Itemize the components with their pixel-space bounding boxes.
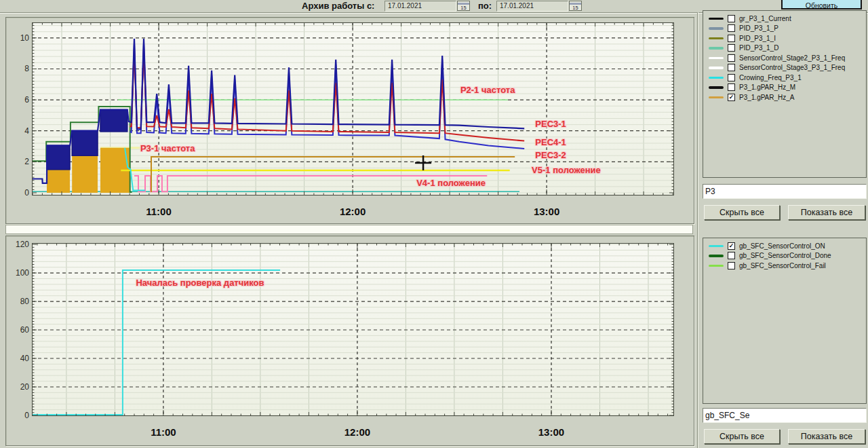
y-axis-tick-label: 6: [6, 95, 29, 105]
legend-item: ✓gb_SFC_SensorControl_ON: [703, 241, 866, 251]
x-axis-tick-label: 13:00: [528, 426, 575, 438]
series-label: Crowing_Freq_P3_1: [739, 74, 802, 81]
series-label: P3_1.gPAR_Hz_A: [739, 94, 795, 101]
series-label: gb_SFC_SensorControl_ON: [739, 242, 825, 250]
series-checkbox[interactable]: [728, 24, 735, 32]
series-label: gr_P3_1_Current: [739, 15, 791, 22]
series-color-swatch: [709, 245, 724, 248]
series-checkbox[interactable]: ✓: [728, 242, 735, 250]
series-label: PID_P3_1_P: [739, 24, 778, 32]
archive-to-label: по:: [478, 1, 492, 11]
chart-annotation: РЕС3-1: [535, 119, 566, 129]
calendar-from-button[interactable]: 15: [457, 1, 470, 11]
series-color-swatch: [709, 37, 724, 40]
series-checkbox[interactable]: [728, 262, 735, 269]
legend-item: P3_1.gPAR_Hz_M: [703, 83, 866, 93]
right-column-divider: [697, 12, 698, 448]
chart-annotation: V4-1 положение: [416, 177, 486, 187]
legend-item: PID_P3_1_I: [703, 33, 866, 43]
chart-annotation: Р2-1 частота: [460, 84, 515, 94]
hide-all-button-top[interactable]: Скрыть все: [704, 205, 780, 220]
series-checkbox[interactable]: [728, 74, 735, 81]
legend-item: SensorControl_Stage2_P3_1_Freq: [703, 53, 866, 63]
chart-annotation: РЕС4-1: [535, 136, 566, 147]
series-label: PID_P3_1_D: [739, 44, 778, 52]
series-label: gb_SFC_SensorControl_Done: [739, 252, 831, 259]
show-all-button-bottom[interactable]: Показать все: [788, 429, 865, 444]
x-axis-tick-label: 12:00: [334, 426, 381, 438]
calendar-to-button[interactable]: 15: [569, 1, 582, 11]
series-checkbox[interactable]: [728, 54, 735, 62]
series-label: gb_SFC_SensorControl_Fail: [739, 262, 826, 269]
legend-item: PID_P3_1_D: [703, 43, 866, 54]
legend-item: ✓P3_1.gPAR_Hz_A: [703, 92, 866, 102]
x-axis-tick-label: 11:00: [135, 206, 182, 217]
date-from-input[interactable]: 17.01.2021: [384, 1, 456, 12]
series-label: SensorControl_Stage2_P3_1_Freq: [739, 54, 845, 62]
legend-item: gr_P3_1_Current: [703, 14, 866, 24]
series-checkbox[interactable]: [728, 83, 735, 91]
series-color-swatch: [709, 86, 724, 89]
series-checkbox[interactable]: [728, 64, 735, 71]
trend-panel-bottom: Началась проверка датчиков 0204060801001…: [5, 236, 694, 446]
series-color-swatch: [709, 47, 724, 50]
series-color-swatch: [709, 255, 724, 257]
series-label: SensorControl_Stage3_P3_1_Freq: [739, 64, 845, 71]
series-color-swatch: [709, 77, 724, 79]
legend-item: gb_SFC_SensorControl_Done: [703, 251, 866, 261]
series-color-swatch: [709, 67, 724, 69]
x-axis-tick-label: 11:00: [140, 426, 187, 438]
series-checkbox[interactable]: [728, 15, 735, 22]
y-axis-tick-label: 0: [6, 411, 29, 420]
show-all-button-top[interactable]: Показать все: [788, 205, 865, 220]
series-checkbox[interactable]: [728, 252, 735, 259]
trend-chart-bottom[interactable]: Началась проверка датчиков: [32, 243, 674, 416]
y-axis-tick-label: 2: [6, 157, 29, 166]
legend-box-bottom: ✓gb_SFC_SensorControl_ONgb_SFC_SensorCon…: [703, 238, 867, 404]
legend-box-top: gr_P3_1_CurrentPID_P3_1_PPID_P3_1_IPID_P…: [703, 10, 867, 178]
y-axis-tick-label: 20: [6, 382, 29, 392]
trend-chart-top[interactable]: Р3-1 частотаР2-1 частотаРЕС3-1РЕС4-1РЕС3…: [32, 22, 674, 195]
series-filter-input-top[interactable]: [703, 184, 867, 199]
chart-annotation: V5-1 положение: [532, 165, 601, 175]
date-to-input[interactable]: 17.01.2021: [496, 1, 568, 12]
y-axis-tick-label: 120: [6, 240, 29, 249]
series-label: P3_1.gPAR_Hz_M: [739, 83, 795, 91]
series-color-swatch: [709, 27, 724, 30]
hide-all-button-bottom[interactable]: Скрыть все: [704, 429, 780, 444]
y-axis-tick-label: 4: [6, 126, 29, 136]
y-axis-tick-label: 100: [6, 268, 29, 278]
refresh-button[interactable]: Обновить: [781, 0, 862, 10]
series-filter-input-bottom[interactable]: [703, 408, 867, 423]
y-axis-tick-label: 0: [6, 188, 29, 198]
series-color-swatch: [709, 265, 724, 267]
chart-annotation: РЕС3-2: [535, 149, 566, 160]
legend-item: gb_SFC_SensorControl_Fail: [703, 261, 866, 271]
calendar-icon: 15: [570, 3, 581, 11]
series-checkbox[interactable]: [728, 44, 735, 52]
legend-item: PID_P3_1_P: [703, 24, 866, 34]
series-checkbox[interactable]: ✓: [728, 94, 735, 101]
trend-panel-top: Р3-1 частотаР2-1 частотаРЕС3-1РЕС4-1РЕС3…: [5, 17, 694, 224]
series-color-swatch: [709, 18, 724, 20]
legend-item: SensorControl_Stage3_P3_1_Freq: [703, 63, 866, 73]
series-label: PID_P3_1_I: [739, 35, 776, 42]
legend-item: Crowing_Freq_P3_1: [703, 73, 866, 83]
panel-splitter: [5, 225, 693, 234]
y-axis-tick-label: 8: [6, 64, 29, 73]
x-axis-tick-label: 13:00: [523, 206, 570, 217]
archive-from-label: Архив работы с:: [302, 1, 374, 11]
series-color-swatch: [709, 57, 724, 60]
calendar-icon: 15: [458, 3, 469, 11]
chart-annotation: Началась проверка датчиков: [136, 278, 264, 288]
chart-annotation: Р3-1 частота: [140, 143, 195, 153]
y-axis-tick-label: 40: [6, 354, 29, 363]
y-axis-tick-label: 10: [6, 33, 29, 43]
y-axis-tick-label: 80: [6, 297, 29, 306]
series-color-swatch: [709, 96, 724, 99]
series-checkbox[interactable]: [728, 35, 735, 42]
y-axis-tick-label: 60: [6, 325, 29, 335]
x-axis-tick-label: 12:00: [329, 206, 376, 217]
